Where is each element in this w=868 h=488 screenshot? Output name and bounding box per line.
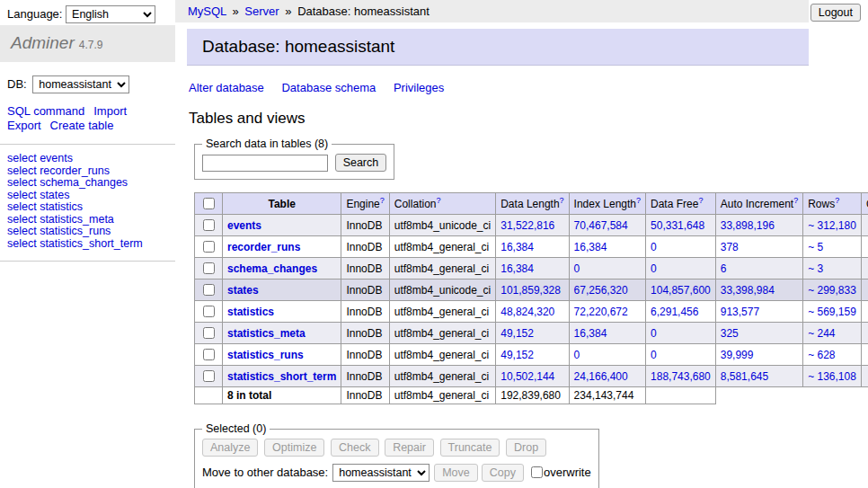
help-link[interactable]: ? (793, 196, 798, 205)
search-button[interactable]: Search (335, 154, 387, 172)
rows-count-link[interactable]: ~ 136,108 (808, 370, 856, 383)
check-button[interactable]: Check (331, 439, 378, 457)
move-button[interactable]: Move (434, 464, 478, 482)
index-length-link[interactable]: 16,384 (574, 327, 607, 340)
overwrite-checkbox[interactable] (531, 466, 543, 478)
table-link[interactable]: statistics_meta (40, 213, 114, 226)
auto-increment-link[interactable]: 6 (721, 262, 727, 275)
data-length-link[interactable]: 31,522,816 (500, 219, 554, 232)
data-free-link[interactable]: 0 (651, 262, 657, 275)
table-name-link[interactable]: events (227, 219, 261, 232)
optimize-button[interactable]: Optimize (264, 439, 324, 457)
adminer-brand-link[interactable]: Adminer (11, 33, 75, 52)
auto-increment-link[interactable]: 378 (721, 241, 739, 253)
sidebar-link-import[interactable]: Import (93, 104, 127, 118)
table-link[interactable]: recorder_runs (40, 164, 110, 177)
index-length-link[interactable]: 16,384 (574, 241, 607, 253)
truncate-button[interactable]: Truncate (440, 439, 500, 457)
table-link[interactable]: statistics_runs (40, 225, 111, 237)
row-checkbox[interactable] (203, 262, 215, 274)
help-link[interactable]: ? (436, 196, 440, 205)
data-free-link[interactable]: 104,857,600 (651, 284, 711, 297)
data-length-link[interactable]: 16,384 (500, 262, 534, 275)
auto-increment-link[interactable]: 33,898,196 (721, 219, 775, 232)
select-link[interactable]: select (7, 152, 37, 164)
table-link[interactable]: statistics_short_term (40, 237, 143, 250)
select-link[interactable]: select (7, 189, 37, 201)
data-free-link[interactable]: 0 (651, 241, 657, 253)
sidebar-link-sql-command[interactable]: SQL command (7, 104, 84, 118)
index-length-link[interactable]: 67,256,320 (574, 284, 628, 297)
row-checkbox[interactable] (203, 241, 215, 253)
data-length-link[interactable]: 49,152 (500, 327, 534, 340)
alter-database-link[interactable]: Alter database (189, 81, 264, 94)
table-link[interactable]: states (40, 189, 69, 201)
rows-count-link[interactable]: ~ 3 (808, 262, 823, 275)
auto-increment-link[interactable]: 33,398,984 (721, 284, 775, 297)
db-select[interactable]: homeassistant (32, 75, 129, 93)
search-input[interactable] (202, 155, 328, 172)
breadcrumb-driver-link[interactable]: MySQL (188, 4, 226, 18)
breadcrumb-server-link[interactable]: Server (244, 4, 279, 18)
table-name-link[interactable]: recorder_runs (227, 241, 300, 253)
data-length-link[interactable]: 49,152 (500, 349, 534, 361)
data-length-link[interactable]: 10,502,144 (500, 370, 554, 383)
database-schema-link[interactable]: Database schema (281, 81, 376, 94)
data-free-link[interactable]: 188,743,680 (651, 370, 711, 383)
index-length-link[interactable]: 24,166,400 (574, 370, 628, 383)
table-link[interactable]: events (40, 152, 73, 164)
drop-button[interactable]: Drop (506, 439, 546, 457)
index-length-link[interactable]: 0 (574, 262, 580, 275)
data-length-link[interactable]: 101,859,328 (500, 284, 561, 297)
rows-count-link[interactable]: ~ 299,833 (808, 284, 856, 297)
overwrite-label[interactable]: overwrite (544, 466, 591, 479)
repair-button[interactable]: Repair (385, 439, 434, 457)
data-free-link[interactable]: 0 (651, 327, 657, 340)
data-free-link[interactable]: 0 (651, 349, 657, 361)
help-link[interactable]: ? (380, 196, 385, 205)
table-name-link[interactable]: states (227, 284, 259, 297)
rows-count-link[interactable]: ~ 312,180 (808, 219, 856, 232)
row-checkbox[interactable] (203, 327, 215, 339)
sidebar-link-export[interactable]: Export (7, 119, 41, 132)
table-name-link[interactable]: statistics_meta (227, 327, 306, 340)
help-link[interactable]: ? (560, 196, 564, 205)
help-link[interactable]: ? (835, 196, 839, 205)
rows-count-link[interactable]: ~ 244 (808, 327, 835, 340)
select-link[interactable]: select (7, 164, 37, 177)
index-length-link[interactable]: 70,467,584 (574, 219, 628, 232)
table-name-link[interactable]: statistics_runs (227, 349, 304, 361)
auto-increment-link[interactable]: 913,577 (721, 306, 759, 318)
table-link[interactable]: schema_changes (40, 176, 128, 189)
sidebar-link-create-table[interactable]: Create table (50, 119, 114, 132)
auto-increment-link[interactable]: 325 (721, 327, 739, 340)
table-name-link[interactable]: statistics (227, 306, 274, 318)
table-link[interactable]: statistics (40, 200, 83, 213)
row-checkbox[interactable] (203, 219, 215, 231)
language-select[interactable]: English (66, 5, 155, 23)
table-name-link[interactable]: statistics_short_term (227, 370, 336, 383)
data-length-link[interactable]: 48,824,320 (500, 306, 554, 318)
table-name-link[interactable]: schema_changes (227, 262, 317, 275)
logout-button[interactable]: Logout (810, 4, 861, 22)
copy-button[interactable]: Copy (482, 464, 524, 482)
select-link[interactable]: select (7, 225, 37, 237)
data-free-link[interactable]: 6,291,456 (651, 306, 698, 318)
privileges-link[interactable]: Privileges (394, 81, 444, 94)
row-checkbox[interactable] (203, 349, 215, 360)
select-link[interactable]: select (7, 200, 37, 213)
rows-count-link[interactable]: ~ 628 (808, 349, 835, 361)
select-link[interactable]: select (7, 213, 37, 226)
select-link[interactable]: select (7, 176, 37, 189)
row-checkbox[interactable] (203, 370, 215, 382)
auto-increment-link[interactable]: 39,999 (721, 349, 754, 361)
data-free-link[interactable]: 50,331,648 (651, 219, 704, 232)
auto-increment-link[interactable]: 8,581,645 (721, 370, 768, 383)
select-link[interactable]: select (7, 237, 37, 250)
move-db-select[interactable]: homeassistant (332, 464, 430, 482)
row-checkbox[interactable] (203, 284, 215, 296)
help-link[interactable]: ? (636, 196, 641, 205)
analyze-button[interactable]: Analyze (202, 439, 258, 457)
data-length-link[interactable]: 16,384 (500, 241, 534, 253)
index-length-link[interactable]: 72,220,672 (574, 306, 628, 318)
